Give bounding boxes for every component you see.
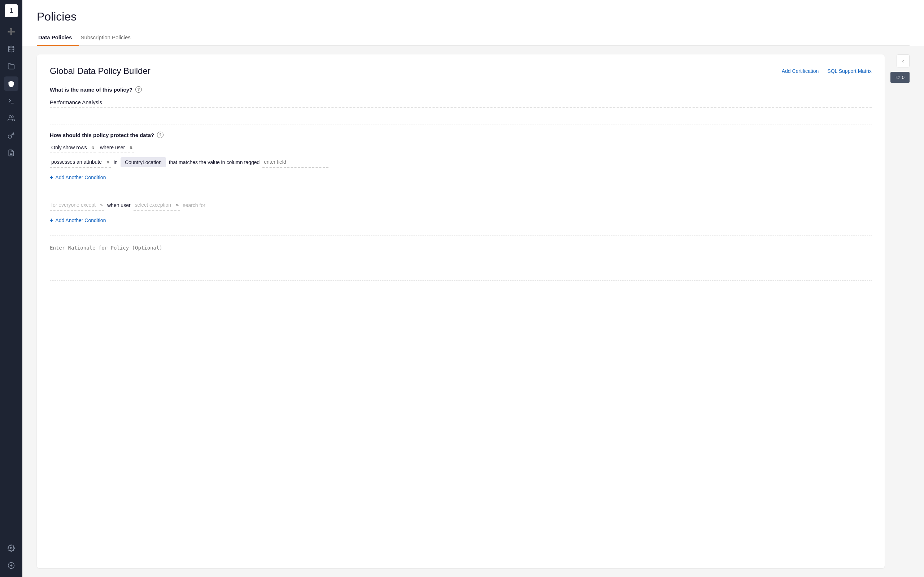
add-certification-link[interactable]: Add Certification: [782, 68, 819, 74]
sidebar-icon-add[interactable]: ➕: [4, 24, 18, 39]
add-plus-icon-1: +: [50, 174, 53, 181]
only-show-rows-select-wrapper: Only show rows: [50, 142, 96, 153]
when-user-label: when user: [107, 202, 131, 208]
protection-section: How should this policy protect the data?…: [50, 132, 872, 280]
country-location-tag[interactable]: CountryLocation: [121, 157, 166, 167]
sidebar-icon-database[interactable]: [4, 42, 18, 56]
for-everyone-select[interactable]: for everyone except: [50, 200, 104, 210]
search-for-label: search for: [183, 202, 205, 208]
sidebar-icon-document[interactable]: [4, 146, 18, 160]
sidebar-icon-plus-circle[interactable]: [4, 558, 18, 573]
svg-point-5: [10, 548, 12, 549]
policy-name-input[interactable]: [50, 97, 872, 108]
collapse-icon: ‹: [902, 58, 904, 64]
collapse-button[interactable]: ‹: [897, 55, 909, 68]
in-label: in: [114, 160, 118, 165]
possesses-select-wrapper: possesses an attribute: [50, 157, 111, 168]
builder-title: Global Data Policy Builder: [50, 66, 150, 76]
main-content: Policies Data Policies Subscription Poli…: [23, 0, 924, 577]
header: Policies Data Policies Subscription Poli…: [23, 0, 924, 46]
tabs-container: Data Policies Subscription Policies: [37, 31, 909, 46]
sidebar-icon-folder[interactable]: [4, 59, 18, 74]
sidebar-icon-key[interactable]: [4, 128, 18, 143]
add-condition-1-button[interactable]: + Add Another Condition: [50, 171, 106, 184]
svg-point-2: [9, 116, 11, 118]
sidebar-icon-shield[interactable]: [4, 76, 18, 91]
content-area: Global Data Policy Builder Add Certifica…: [23, 46, 924, 577]
sidebar-icon-terminal[interactable]: [4, 94, 18, 108]
divider-3: [50, 235, 872, 235]
only-show-rows-select[interactable]: Only show rows: [50, 142, 96, 153]
add-condition-2-button[interactable]: + Add Another Condition: [50, 214, 106, 226]
protect-section-label: How should this policy protect the data?…: [50, 132, 872, 138]
condition-row-2: possesses an attribute in CountryLocatio…: [50, 157, 872, 168]
add-plus-icon-2: +: [50, 217, 53, 224]
matches-label: that matches the value in column tagged: [169, 160, 260, 165]
policy-name-help-icon[interactable]: ?: [135, 86, 142, 93]
condition-row-1: Only show rows where user: [50, 142, 872, 153]
divider-4: [50, 280, 872, 280]
policy-builder-card: Global Data Policy Builder Add Certifica…: [37, 55, 885, 568]
sidebar: 1 ➕: [0, 0, 23, 577]
select-exception-wrapper: select exception: [134, 200, 180, 211]
tab-subscription-policies[interactable]: Subscription Policies: [79, 31, 137, 46]
sidebar-icon-users[interactable]: [4, 111, 18, 126]
badge-shield-icon: 🛡: [895, 75, 900, 80]
sql-support-matrix-link[interactable]: SQL Support Matrix: [827, 68, 871, 74]
select-exception-select[interactable]: select exception: [134, 200, 180, 210]
for-everyone-select-wrapper: for everyone except: [50, 200, 104, 211]
rationale-textarea[interactable]: [50, 243, 872, 272]
svg-point-0: [9, 46, 14, 48]
field-input[interactable]: [262, 157, 328, 168]
possesses-select[interactable]: possesses an attribute: [50, 157, 111, 167]
where-user-select-wrapper: where user: [99, 142, 134, 153]
tab-data-policies[interactable]: Data Policies: [37, 31, 79, 46]
protect-help-icon[interactable]: ?: [157, 132, 163, 138]
policy-name-section-label: What is the name of this policy? ?: [50, 86, 872, 93]
badge-button[interactable]: 🛡 0: [890, 72, 909, 83]
card-actions: Add Certification SQL Support Matrix: [782, 68, 872, 74]
where-user-select[interactable]: where user: [99, 142, 134, 153]
exception-row: for everyone except when user select exc…: [50, 200, 872, 211]
exception-section: for everyone except when user select exc…: [50, 200, 872, 226]
divider-2: [50, 191, 872, 191]
page-title: Policies: [37, 10, 909, 23]
divider-1: [50, 124, 872, 124]
side-panel: ‹ 🛡 0: [890, 55, 909, 568]
app-logo: 1: [5, 4, 18, 17]
sidebar-icon-settings[interactable]: [4, 541, 18, 555]
card-header: Global Data Policy Builder Add Certifica…: [50, 66, 872, 76]
